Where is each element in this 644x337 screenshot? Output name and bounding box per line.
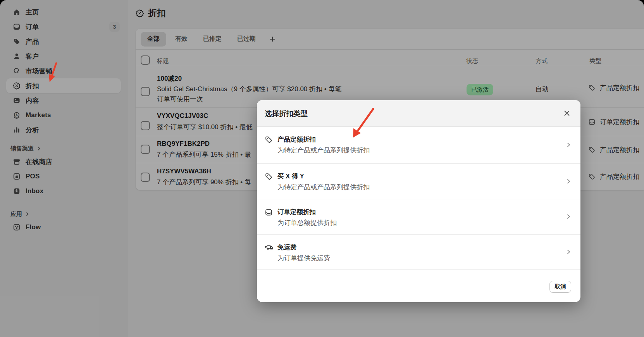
option-order-amount-off[interactable]: 订单定额折扣 为订单总额提供折扣 <box>257 199 580 235</box>
option-title: 免运费 <box>277 243 297 252</box>
modal-header: 选择折扣类型 <box>257 100 580 127</box>
option-buy-x-get-y[interactable]: 买 X 得 Y 为特定产品或产品系列提供折扣 <box>257 164 580 199</box>
option-product-amount-off[interactable]: 产品定额折扣 为特定产品或产品系列提供折扣 <box>257 127 580 164</box>
option-description: 为订单提供免运费 <box>277 254 330 263</box>
close-icon[interactable] <box>562 109 572 118</box>
option-free-shipping[interactable]: 免运费 为订单提供免运费 <box>257 235 580 270</box>
option-title: 买 X 得 Y <box>277 172 304 181</box>
tag-icon <box>265 135 274 144</box>
window-corner <box>0 0 6 6</box>
modal-title: 选择折扣类型 <box>265 109 308 118</box>
option-title: 订单定额折扣 <box>277 208 316 216</box>
truck-icon <box>265 243 274 252</box>
modal-footer: 取消 <box>257 270 580 302</box>
chevron-right-icon <box>565 249 572 255</box>
select-discount-type-modal: 选择折扣类型 产品定额折扣 为特定产品或产品系列提供折扣 买 X 得 Y 为特定… <box>257 100 580 302</box>
chevron-right-icon <box>565 178 572 185</box>
option-title: 产品定额折扣 <box>277 135 316 144</box>
window-corner <box>638 0 644 6</box>
cancel-button[interactable]: 取消 <box>549 281 571 293</box>
order-icon <box>265 208 274 216</box>
chevron-right-icon <box>565 213 572 220</box>
tag-icon <box>265 172 274 181</box>
option-description: 为订单总额提供折扣 <box>277 218 337 227</box>
option-description: 为特定产品或产品系列提供折扣 <box>277 146 370 155</box>
chevron-right-icon <box>565 142 572 148</box>
shopify-admin-discounts-page: { "page": { "title": "折扣" }, "sidebar": … <box>0 0 644 337</box>
discount-type-options: 产品定额折扣 为特定产品或产品系列提供折扣 买 X 得 Y 为特定产品或产品系列… <box>257 127 580 270</box>
option-description: 为特定产品或产品系列提供折扣 <box>277 183 370 192</box>
